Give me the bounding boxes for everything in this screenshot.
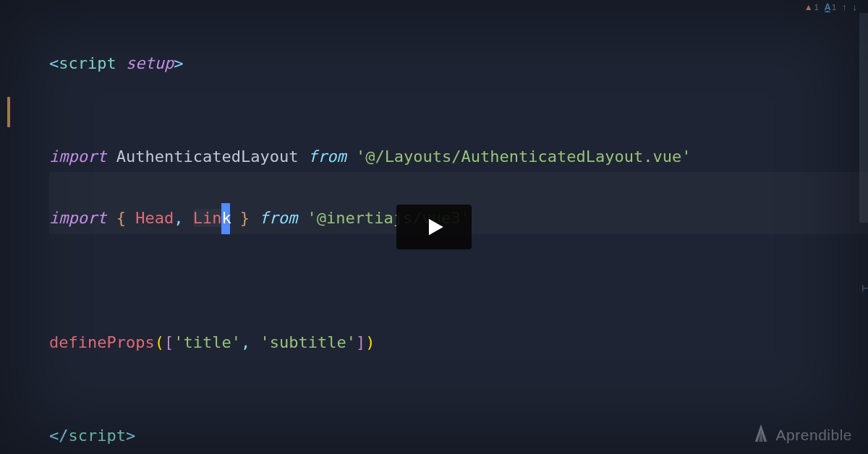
text-cursor: k [221, 203, 230, 234]
code-line: import AuthenticatedLayout from '@/Layou… [49, 111, 868, 173]
scrollbar-thumb[interactable] [859, 13, 868, 223]
code-line [49, 80, 868, 111]
play-icon [422, 215, 446, 239]
vertical-scrollbar[interactable] [859, 13, 868, 441]
code-line [49, 265, 868, 296]
code-line [49, 451, 868, 454]
code-line: defineProps(['title', 'subtitle']) [49, 296, 868, 359]
code-line: </script> [49, 390, 868, 452]
code-line [49, 359, 868, 390]
play-button[interactable] [396, 205, 472, 249]
watermark-text: Aprendible [776, 427, 852, 444]
watermark: Aprendible [753, 423, 852, 447]
minimap-marker: ⊢ [862, 282, 868, 294]
code-line: <script setup> [49, 17, 868, 80]
aprendible-logo-icon [753, 423, 769, 447]
